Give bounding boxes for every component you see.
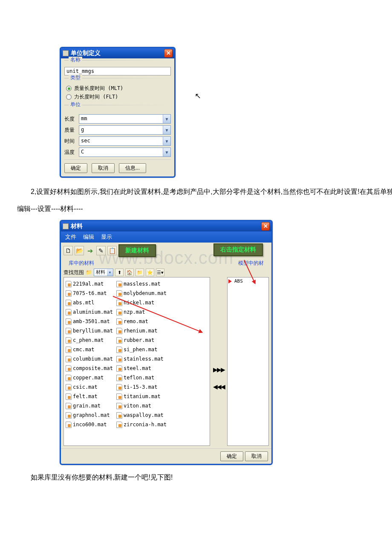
file-icon [116, 375, 122, 381]
view-menu-icon[interactable]: ☰▾ [156, 269, 164, 276]
unit-group-label: 单位 [69, 101, 82, 107]
file-item[interactable]: amb-3501.mat [66, 317, 113, 326]
transfer-left-button[interactable]: ◀◀◀ [213, 383, 225, 390]
file-item[interactable]: aluminium.mat [66, 307, 113, 317]
menu-view[interactable]: 显示 [101, 233, 112, 241]
file-icon [66, 365, 72, 372]
copy-icon[interactable]: 📋 [107, 246, 117, 255]
file-icon [66, 290, 72, 297]
new-folder-icon[interactable]: 📁 [135, 269, 144, 276]
radio-flt[interactable]: 力长度时间 (FLT) ↖ [64, 91, 171, 102]
file-icon [66, 318, 72, 325]
file-item[interactable]: cmc.mat [66, 345, 113, 354]
mass-label: 质量 [64, 127, 79, 134]
up-folder-icon[interactable]: ⬆ [115, 269, 124, 276]
file-item[interactable]: teflon.mat [116, 373, 167, 382]
cancel-button[interactable]: 取消 [245, 451, 268, 461]
file-item[interactable]: steel.mat [116, 364, 167, 373]
open-file-icon[interactable]: 📂 [75, 246, 84, 255]
menu-edit[interactable]: 编辑 [83, 233, 94, 241]
file-icon [66, 375, 72, 381]
length-select[interactable]: mm ▼ [79, 114, 171, 124]
home-icon[interactable]: 🏠 [125, 269, 134, 276]
file-item[interactable]: nickel.mat [116, 298, 167, 307]
time-select[interactable]: sec ▼ [79, 136, 171, 146]
file-icon [66, 356, 72, 362]
file-item[interactable]: composite.mat [66, 364, 113, 373]
file-icon [66, 384, 72, 390]
ok-button[interactable]: 确定 [64, 163, 87, 173]
file-icon [66, 300, 72, 306]
model-material-item[interactable]: ABS [228, 278, 268, 284]
file-item[interactable]: felt.mat [66, 392, 113, 401]
model-materials-label: 模型中的材 [234, 259, 268, 268]
file-item[interactable]: csic.mat [66, 382, 113, 392]
lookup-select[interactable]: 材料 ▼ [94, 269, 113, 276]
file-icon [66, 393, 72, 400]
file-item[interactable]: ti-15-3.mat [116, 382, 167, 392]
folder-icon: 📁 [86, 269, 92, 275]
file-item[interactable]: waspalloy.mat [116, 410, 167, 420]
dialog-icon [63, 223, 69, 229]
file-icon [66, 328, 72, 334]
file-item[interactable]: stainless.mat [116, 354, 167, 364]
file-icon [116, 412, 122, 419]
menu-file[interactable]: 文件 [65, 233, 76, 241]
file-item[interactable]: columbium.mat [66, 354, 113, 364]
file-item[interactable]: zirconia-h.mat [116, 420, 167, 429]
file-item[interactable]: 7075-t6.mat [66, 289, 113, 298]
favorites-icon[interactable]: ⭐ [146, 269, 154, 276]
menubar: 文件 编辑 显示 [61, 231, 271, 243]
temp-select[interactable]: C ▼ [79, 147, 171, 157]
dialog-icon [63, 50, 69, 56]
file-icon [66, 422, 72, 428]
file-item[interactable]: rubber.mat [116, 335, 167, 345]
cancel-button[interactable]: 取消 [92, 163, 115, 173]
info-button[interactable]: 信息... [119, 163, 146, 173]
close-button[interactable]: ✕ [164, 49, 173, 58]
titlebar: 材料 ✕ [61, 221, 271, 231]
type-group-label: 类型 [69, 75, 82, 81]
body-text-2: 编辑---设置----材料---- [17, 203, 392, 214]
file-item[interactable]: grain.mat [66, 401, 113, 410]
file-item[interactable]: inco600.mat [66, 420, 113, 429]
file-icon [116, 403, 122, 409]
ok-button[interactable]: 确定 [220, 451, 243, 461]
file-icon [116, 365, 122, 372]
file-item[interactable]: si_phen.mat [116, 345, 167, 354]
file-item[interactable]: graphnol.mat [66, 410, 113, 420]
arrow-right-icon: ➔ [86, 247, 95, 255]
new-file-icon[interactable]: 🗋 [63, 246, 73, 255]
file-item[interactable]: massless.mat [116, 279, 167, 289]
name-input[interactable] [64, 67, 171, 75]
length-label: 长度 [64, 116, 79, 123]
temp-label: 温度 [64, 149, 79, 156]
material-arrow-icon [228, 279, 233, 283]
file-item[interactable]: viton.mat [116, 401, 167, 410]
file-item[interactable]: c_phen.mat [66, 335, 113, 345]
lookup-label: 查找范围 [63, 269, 84, 276]
new-material-label: 新建材料 [118, 244, 156, 257]
file-item[interactable]: remo.mat [116, 317, 167, 326]
close-button[interactable]: ✕ [261, 222, 270, 231]
file-icon [66, 403, 72, 409]
file-item[interactable]: beryllium.mat [66, 326, 113, 335]
transfer-right-button[interactable]: ▶▶▶ [213, 366, 225, 373]
mass-select[interactable]: g ▼ [79, 125, 171, 135]
file-item[interactable]: copper.mat [66, 373, 113, 382]
chevron-down-icon: ▼ [163, 126, 170, 134]
file-item[interactable]: 2219al.mat [66, 279, 113, 289]
unit-definition-dialog: 单位制定义 ✕ 名称 类型 质量长度时间 (MLT) 力长度时间 (FLT) ↖ [60, 47, 176, 178]
model-materials-list[interactable]: ABS [227, 277, 269, 446]
file-item[interactable]: rhenium.mat [116, 326, 167, 335]
file-item[interactable]: molybdenum.mat [116, 289, 167, 298]
chevron-down-icon: ▼ [163, 137, 170, 145]
file-icon [116, 422, 122, 428]
file-icon [66, 347, 72, 353]
chevron-down-icon: ▼ [163, 148, 170, 156]
file-item[interactable]: titanium.mat [116, 392, 167, 401]
file-item[interactable]: abs.mtl [66, 298, 113, 307]
edit-icon[interactable]: ✎ [96, 246, 106, 255]
file-icon [116, 337, 122, 344]
material-dialog: www.bdocx.com 材料 ✕ 文件 编辑 显示 🗋 📂 ➔ ✎ 📋 新建… [60, 220, 273, 465]
